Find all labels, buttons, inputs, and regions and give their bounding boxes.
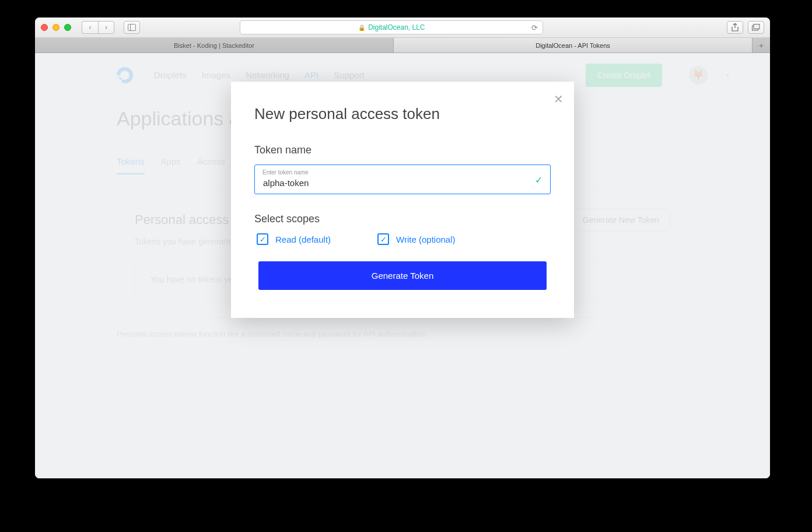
scopes-label: Select scopes xyxy=(254,213,551,225)
browser-toolbar: ‹ › 🔒 DigitalOcean, LLC ⟳ xyxy=(35,18,770,38)
scope-read[interactable]: ✓ Read (default) xyxy=(257,233,331,245)
tabs-overview-button[interactable] xyxy=(748,21,764,34)
forward-button[interactable]: › xyxy=(98,21,114,34)
share-icon xyxy=(732,23,738,32)
browser-tab-0[interactable]: Bisket - Koding | Stackeditor xyxy=(35,38,394,52)
valid-check-icon: ✓ xyxy=(535,174,542,185)
page-content: Droplets Images Networking API Support C… xyxy=(35,53,770,478)
modal-title: New personal access token xyxy=(254,105,551,123)
generate-token-button[interactable]: Generate Token xyxy=(258,261,547,290)
back-button[interactable]: ‹ xyxy=(82,21,98,34)
sidebar-icon xyxy=(128,24,136,31)
new-token-modal: ✕ New personal access token Token name E… xyxy=(231,82,574,318)
close-modal-button[interactable]: ✕ xyxy=(554,92,564,106)
tab-bar: Bisket - Koding | Stackeditor DigitalOce… xyxy=(35,38,770,53)
browser-window: ‹ › 🔒 DigitalOcean, LLC ⟳ Bisket - Kodin… xyxy=(35,18,770,478)
maximize-window-button[interactable] xyxy=(64,24,71,31)
checkbox-read[interactable]: ✓ xyxy=(257,233,268,245)
scope-write[interactable]: ✓ Write (optional) xyxy=(377,233,455,245)
close-window-button[interactable] xyxy=(41,24,48,31)
scope-write-label: Write (optional) xyxy=(396,235,455,244)
scopes-group: ✓ Read (default) ✓ Write (optional) xyxy=(257,233,551,245)
url-bar[interactable]: 🔒 DigitalOcean, LLC ⟳ xyxy=(240,20,543,34)
share-button[interactable] xyxy=(727,21,743,34)
checkbox-write[interactable]: ✓ xyxy=(377,233,389,245)
new-tab-button[interactable]: + xyxy=(752,38,770,52)
lock-icon: 🔒 xyxy=(358,24,365,31)
window-controls xyxy=(41,24,71,31)
minimize-window-button[interactable] xyxy=(52,24,60,31)
browser-tab-1[interactable]: DigitalOcean - API Tokens xyxy=(394,38,752,52)
scope-read-label: Read (default) xyxy=(275,235,331,244)
token-name-label: Token name xyxy=(254,144,551,156)
tabs-icon xyxy=(752,24,760,31)
svg-rect-0 xyxy=(128,24,136,31)
url-display: DigitalOcean, LLC xyxy=(368,23,425,32)
token-name-field-wrap: Enter token name ✓ xyxy=(254,164,551,194)
nav-buttons: ‹ › xyxy=(82,21,114,34)
close-icon: ✕ xyxy=(554,93,564,106)
reload-icon[interactable]: ⟳ xyxy=(531,23,538,32)
sidebar-toggle-button[interactable] xyxy=(124,21,140,34)
svg-rect-3 xyxy=(754,24,760,29)
token-name-placeholder: Enter token name xyxy=(262,169,309,176)
